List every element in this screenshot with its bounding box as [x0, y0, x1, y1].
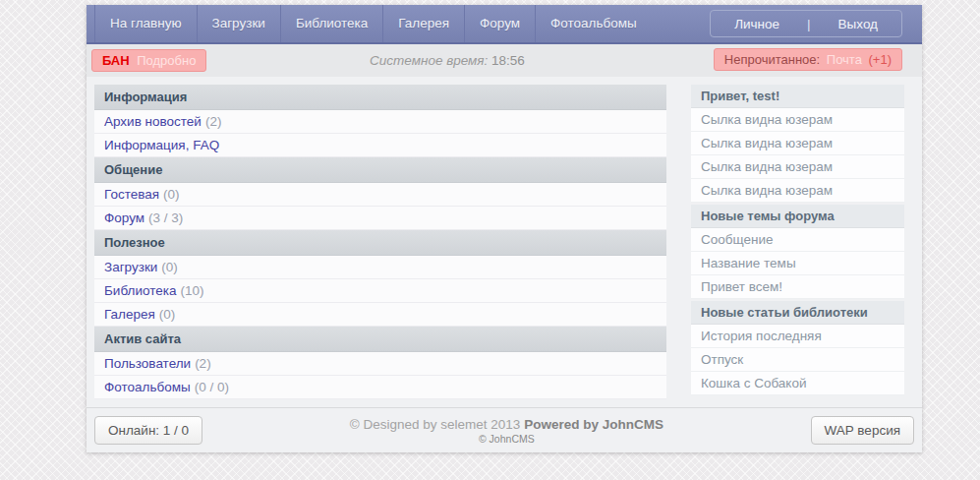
downloads-link[interactable]: Загрузки — [104, 260, 157, 274]
nav-item-home[interactable]: На главную — [94, 5, 197, 42]
copyright-designed: © Designed by selemet 2013 — [350, 417, 521, 432]
sidebar-link-item[interactable]: Сылка видна юзерам — [691, 108, 904, 132]
menu-section-title-communication: Общение — [94, 157, 666, 183]
sidebar-link-item[interactable]: Сылка видна юзерам — [691, 155, 904, 179]
menu-item-forum: Форум(3 / 3) — [94, 207, 666, 230]
site-menu: Информация Архив новостей(2) Информация,… — [94, 85, 666, 399]
sidebar-link-item[interactable]: Сылка видна юзерам — [691, 179, 904, 203]
mail-link[interactable]: Почта — [827, 52, 862, 67]
menu-item-info-faq: Информация, FAQ — [94, 134, 666, 157]
footer: Онлайн: 1 / 0 © Designed by selemet 2013… — [86, 407, 922, 452]
item-count: (0) — [159, 307, 176, 322]
news-archive-link[interactable]: Архив новостей — [104, 114, 202, 129]
sidebar-forum-topics-title: Новые темы форума — [691, 205, 904, 228]
menu-section-title-site-activity: Актив сайта — [94, 327, 666, 352]
sidebar-link-item[interactable]: Сылка видна юзерам — [691, 132, 904, 155]
item-count: (0) — [163, 187, 180, 202]
nav-item-library[interactable]: Библиотека — [280, 5, 382, 42]
sidebar-library-articles-title: Новые статьи библиотеки — [691, 301, 904, 325]
nav-separator: | — [807, 17, 811, 31]
ban-badge: БАН Подробно — [91, 49, 206, 72]
item-count: (3 / 3) — [148, 210, 183, 225]
guestbook-link[interactable]: Гостевая — [104, 187, 159, 202]
menu-item-users: Пользователи(2) — [94, 352, 666, 376]
library-article-item[interactable]: История последняя — [691, 325, 904, 348]
forum-topic-item[interactable]: Сообщение — [691, 228, 904, 252]
sidebar-section-new-library-articles: Новые статьи библиотеки История последня… — [691, 301, 904, 395]
forum-topic-item[interactable]: Привет всем! — [691, 275, 904, 299]
menu-item-downloads: Загрузки(0) — [94, 256, 666, 279]
menu-item-gallery: Галерея(0) — [94, 303, 666, 327]
library-article-item[interactable]: Кошка с Собакой — [691, 372, 904, 395]
top-nav: На главную Загрузки Библиотека Галерея Ф… — [86, 5, 922, 44]
nav-item-gallery[interactable]: Галерея — [382, 5, 464, 42]
copyright: © Designed by selemet 2013 Powered by Jo… — [202, 417, 810, 445]
personal-link[interactable]: Личное — [734, 17, 779, 31]
menu-item-photoalbums: Фотоальбомы(0 / 0) — [94, 376, 666, 399]
item-count: (2) — [205, 114, 222, 129]
nav-item-forum[interactable]: Форум — [464, 5, 535, 42]
forum-topic-item[interactable]: Название темы — [691, 252, 904, 275]
sidebar-greeting-title: Привет, test! — [691, 85, 904, 108]
unread-label: Непрочитанное: — [724, 52, 820, 67]
personal-panel: Личное | Выход — [710, 10, 902, 37]
system-time-value: 18:56 — [491, 53, 525, 68]
system-time: Системное время: 18:56 — [349, 53, 546, 68]
ban-label: БАН — [102, 53, 130, 68]
forum-link[interactable]: Форум — [104, 210, 144, 225]
page-container: На главную Загрузки Библиотека Галерея Ф… — [86, 5, 922, 452]
menu-section-title-info: Информация — [94, 85, 666, 110]
menu-item-news-archive: Архив новостей(2) — [94, 110, 666, 134]
library-link[interactable]: Библиотека — [104, 283, 176, 298]
item-count: (0 / 0) — [195, 380, 229, 394]
item-count: (2) — [195, 356, 211, 371]
item-count: (10) — [180, 283, 203, 298]
sidebar: Привет, test! Сылка видна юзерам Сылка в… — [691, 85, 904, 397]
logout-link[interactable]: Выход — [838, 17, 878, 31]
nav-item-photoalbums[interactable]: Фотоальбомы — [535, 5, 652, 42]
online-counter-button[interactable]: Онлайн: 1 / 0 — [94, 416, 202, 445]
sidebar-section-greeting: Привет, test! Сылка видна юзерам Сылка в… — [691, 85, 904, 203]
main-content: Информация Архив новостей(2) Информация,… — [86, 77, 922, 407]
photoalbums-link[interactable]: Фотоальбомы — [104, 380, 191, 394]
copyright-powered: Powered by JohnCMS — [524, 417, 663, 432]
item-count: (0) — [161, 260, 178, 274]
menu-item-library: Библиотека(10) — [94, 279, 666, 303]
wap-version-button[interactable]: WAP версия — [811, 416, 914, 445]
copyright-line: © Designed by selemet 2013 Powered by Jo… — [202, 417, 810, 432]
menu-section-title-useful: Полезное — [94, 230, 666, 256]
unread-badge: Непрочитанное: Почта (+1) — [714, 48, 902, 71]
library-article-item[interactable]: Отпуск — [691, 348, 904, 372]
menu-item-guestbook: Гостевая(0) — [94, 183, 666, 207]
unread-count: (+1) — [869, 52, 892, 67]
sidebar-section-new-forum-topics: Новые темы форума Сообщение Название тем… — [691, 205, 904, 299]
nav-item-downloads[interactable]: Загрузки — [197, 5, 280, 42]
gallery-link[interactable]: Галерея — [104, 307, 155, 322]
ban-details-link[interactable]: Подробно — [137, 53, 196, 68]
status-bar: БАН Подробно Системное время: 18:56 Непр… — [86, 44, 922, 77]
info-faq-link[interactable]: Информация, FAQ — [104, 138, 219, 152]
users-link[interactable]: Пользователи — [104, 356, 191, 371]
copyright-small: © JohnCMS — [202, 433, 810, 445]
system-time-label: Системное время: — [370, 53, 488, 68]
